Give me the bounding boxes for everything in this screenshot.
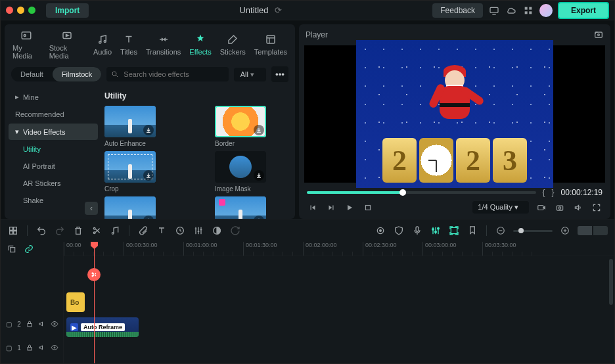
music-settings-icon[interactable]: [109, 225, 121, 237]
prev-frame-icon[interactable]: [307, 202, 319, 214]
sidebar-item-recommended[interactable]: Recommended: [9, 106, 98, 122]
apps-icon[interactable]: [522, 5, 534, 16]
tab-my-media[interactable]: My Media: [12, 28, 41, 60]
download-icon[interactable]: [143, 125, 154, 135]
sidebar-item-ar-stickers[interactable]: AR Stickers: [9, 175, 98, 191]
effects-sidebar: ▸Mine Recommended ▾Video Effects Utility…: [5, 86, 102, 219]
sidebar-item-mine[interactable]: ▸Mine: [9, 89, 98, 105]
timeline-ruler[interactable]: 00:0000:00:30:0000:01:00:0000:01:30:0000…: [64, 242, 614, 256]
sidebar-item-ai-portrait[interactable]: AI Portrait: [9, 158, 98, 174]
sidebar-item-utility[interactable]: Utility: [9, 141, 98, 157]
tab-titles[interactable]: Titles: [120, 32, 137, 56]
camera-icon[interactable]: [554, 202, 566, 214]
shield-icon[interactable]: [393, 225, 405, 237]
marker-icon[interactable]: [467, 225, 478, 237]
tab-audio[interactable]: Audio: [93, 32, 112, 56]
paperclip-icon[interactable]: [137, 225, 149, 237]
track-2[interactable]: Bo: [64, 290, 614, 314]
feedback-button[interactable]: Feedback: [432, 3, 483, 18]
export-button[interactable]: Export: [558, 2, 609, 19]
tab-templates[interactable]: Templates: [254, 32, 287, 56]
tab-transitions[interactable]: Transitions: [146, 32, 181, 56]
import-button[interactable]: Import: [46, 3, 89, 18]
track-header-1[interactable]: ▢ 1: [1, 336, 63, 359]
sidebar-item-video-effects[interactable]: ▾Video Effects: [9, 124, 98, 140]
zoom-in-icon[interactable]: [559, 225, 571, 237]
tab-effects[interactable]: Effects: [189, 32, 211, 56]
minimize-window[interactable]: [17, 7, 24, 14]
source-filmstock[interactable]: Filmstock: [53, 67, 101, 81]
mark-in-icon[interactable]: {: [543, 188, 545, 197]
text-icon[interactable]: [156, 225, 168, 237]
mute-icon[interactable]: [37, 319, 46, 329]
svg-point-17: [558, 206, 561, 209]
link-icon[interactable]: [23, 243, 35, 255]
square-icon[interactable]: ▢: [5, 319, 13, 329]
target-icon[interactable]: [375, 225, 386, 237]
more-button[interactable]: •••: [271, 66, 288, 82]
adjust-icon[interactable]: [193, 225, 204, 237]
clip-auto-reframe[interactable]: ▶ Auto Reframe: [66, 317, 139, 337]
rotate-icon[interactable]: [229, 225, 241, 237]
zoom-out-icon[interactable]: [495, 225, 507, 237]
mute-icon[interactable]: [37, 343, 46, 352]
mark-out-icon[interactable]: }: [552, 188, 555, 197]
eye-icon[interactable]: [51, 319, 59, 329]
duplicate-icon[interactable]: [6, 243, 18, 255]
filter-select[interactable]: All ▾: [234, 68, 266, 81]
avatar[interactable]: [539, 4, 553, 17]
search-input[interactable]: [106, 67, 228, 81]
layout-icon[interactable]: [7, 225, 19, 237]
color-icon[interactable]: [211, 225, 223, 237]
redo-icon[interactable]: [54, 225, 66, 237]
download-icon[interactable]: [254, 125, 264, 135]
source-default[interactable]: Default: [11, 67, 53, 81]
record-icon[interactable]: [535, 202, 547, 214]
square-icon[interactable]: ▢: [5, 343, 13, 352]
volume-icon[interactable]: [572, 202, 584, 214]
timeline-view-toggle[interactable]: [578, 226, 608, 235]
mixer-icon[interactable]: [430, 225, 442, 237]
effect-auto-enhance[interactable]: Auto Enhance: [104, 106, 156, 147]
autoframe-icon[interactable]: [448, 225, 460, 237]
snapshot-icon[interactable]: [593, 30, 604, 40]
cloud-icon[interactable]: [505, 5, 517, 16]
effect-border[interactable]: Border: [215, 106, 266, 147]
stop-icon[interactable]: [362, 202, 374, 214]
eye-icon[interactable]: [51, 343, 59, 352]
scrub-bar[interactable]: [307, 191, 536, 194]
quality-select[interactable]: 1/4 Quality ▾: [472, 201, 529, 214]
maximize-window[interactable]: [28, 7, 35, 14]
fullscreen-icon[interactable]: [591, 202, 603, 214]
player-viewport[interactable]: 2 2 3: [304, 45, 605, 183]
effect-crop[interactable]: Crop: [104, 151, 156, 193]
ruler-tick: 00:03:00:00: [422, 242, 457, 256]
mic-icon[interactable]: [411, 225, 423, 237]
sidebar-collapse[interactable]: ‹: [85, 202, 98, 215]
display-icon[interactable]: [488, 5, 500, 16]
svg-rect-37: [28, 324, 32, 327]
lock-icon[interactable]: [25, 343, 34, 352]
playhead[interactable]: [94, 242, 95, 363]
play-icon[interactable]: [344, 202, 355, 214]
next-frame-icon[interactable]: [325, 202, 337, 214]
effect-item[interactable]: [104, 196, 156, 219]
effect-item[interactable]: [215, 196, 266, 219]
clip-border[interactable]: Bo: [66, 292, 85, 312]
delete-icon[interactable]: [72, 225, 84, 237]
track-header-2[interactable]: ▢ 2: [1, 312, 63, 336]
close-window[interactable]: [6, 7, 13, 14]
track-1[interactable]: ▶ Auto Reframe: [64, 315, 614, 339]
speed-icon[interactable]: [174, 225, 186, 237]
download-icon[interactable]: [254, 170, 264, 181]
timeline-vertical-scrollbar[interactable]: [609, 259, 613, 359]
download-icon[interactable]: [143, 170, 154, 181]
timeline-tracks[interactable]: 00:0000:00:30:0000:01:00:0000:01:30:0000…: [64, 242, 614, 363]
split-icon[interactable]: [91, 225, 102, 237]
zoom-slider[interactable]: [513, 230, 553, 232]
tab-stock-media[interactable]: Stock Media: [49, 28, 85, 60]
tab-stickers[interactable]: Stickers: [220, 32, 246, 56]
effect-image-mask[interactable]: Image Mask: [215, 151, 266, 193]
undo-icon[interactable]: [35, 225, 47, 237]
lock-icon[interactable]: [25, 319, 34, 329]
